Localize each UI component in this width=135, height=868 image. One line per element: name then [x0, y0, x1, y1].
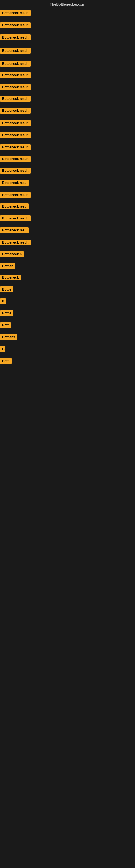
bottleneck-badge-10: Bottleneck result — [0, 120, 31, 126]
bottleneck-badge-3: Bottleneck result — [0, 34, 31, 40]
bottleneck-item-9: Bottleneck result — [0, 108, 31, 115]
bottleneck-item-27: Bott — [0, 322, 11, 329]
bottleneck-item-6: Bottleneck result — [0, 72, 31, 79]
bottleneck-badge-29: B — [0, 346, 5, 352]
bottleneck-badge-11: Bottleneck result — [0, 132, 31, 138]
bottleneck-item-7: Bottleneck result — [0, 84, 31, 91]
bottleneck-badge-5: Bottleneck result — [0, 61, 31, 67]
bottleneck-badge-16: Bottleneck result — [0, 192, 31, 198]
bottleneck-badge-27: Bott — [0, 322, 11, 328]
bottleneck-badge-17: Bottleneck resu — [0, 204, 29, 209]
bottleneck-badge-7: Bottleneck result — [0, 84, 31, 90]
bottleneck-item-8: Bottleneck result — [0, 96, 31, 103]
bottleneck-badge-25: B — [0, 299, 6, 304]
bottleneck-badge-13: Bottleneck result — [0, 156, 31, 162]
bottleneck-badge-28: Bottlens — [0, 334, 17, 340]
bottleneck-item-22: Bottlen — [0, 263, 15, 270]
bottleneck-item-18: Bottleneck result — [0, 215, 31, 222]
bottleneck-badge-14: Bottleneck result — [0, 167, 31, 174]
bottleneck-badge-9: Bottleneck result — [0, 108, 31, 114]
bottleneck-badge-15: Bottleneck resu — [0, 180, 29, 186]
bottleneck-badge-23: Bottleneck — [0, 275, 21, 280]
bottleneck-item-19: Bottleneck resu — [0, 227, 29, 235]
bottleneck-item-1: Bottleneck result — [0, 10, 31, 17]
bottleneck-badge-6: Bottleneck result — [0, 72, 31, 78]
bottleneck-badge-1: Bottleneck result — [0, 10, 31, 16]
bottleneck-item-15: Bottleneck resu — [0, 180, 29, 187]
bottleneck-badge-2: Bottleneck result — [0, 22, 31, 28]
bottleneck-item-16: Bottleneck result — [0, 192, 31, 199]
bottleneck-badge-26: Bottle — [0, 310, 13, 316]
bottleneck-item-20: Bottleneck result — [0, 240, 31, 247]
bottleneck-badge-18: Bottleneck result — [0, 215, 31, 221]
bottleneck-item-23: Bottleneck — [0, 275, 21, 282]
bottleneck-item-5: Bottleneck result — [0, 61, 31, 68]
bottleneck-item-17: Bottleneck resu — [0, 204, 29, 211]
bottleneck-badge-8: Bottleneck result — [0, 96, 31, 102]
bottleneck-badge-30: Bottl — [0, 358, 12, 364]
bottleneck-item-25: B — [0, 299, 6, 305]
bottleneck-item-10: Bottleneck result — [0, 120, 31, 127]
bottleneck-badge-4: Bottleneck result — [0, 48, 31, 54]
bottleneck-badge-21: Bottleneck n — [0, 251, 24, 257]
bottleneck-badge-19: Bottleneck resu — [0, 227, 29, 233]
bottleneck-item-21: Bottleneck n — [0, 251, 24, 258]
bottleneck-item-4: Bottleneck result — [0, 48, 31, 55]
bottleneck-item-29: B — [0, 346, 5, 353]
bottleneck-item-2: Bottleneck result — [0, 22, 31, 29]
bottleneck-item-11: Bottleneck result — [0, 132, 31, 139]
bottleneck-item-13: Bottleneck result — [0, 156, 31, 163]
bottleneck-badge-12: Bottleneck result — [0, 144, 31, 150]
bottleneck-item-26: Bottle — [0, 310, 13, 317]
bottleneck-item-12: Bottleneck result — [0, 144, 31, 151]
bottleneck-item-28: Bottlens — [0, 334, 17, 341]
bottleneck-item-14: Bottleneck result — [0, 167, 31, 175]
bottleneck-badge-20: Bottleneck result — [0, 240, 31, 246]
site-title: TheBottlenecker.com — [0, 0, 135, 9]
bottleneck-badge-24: Bottle — [0, 286, 13, 292]
bottleneck-item-24: Bottle — [0, 286, 13, 293]
bottleneck-item-3: Bottleneck result — [0, 34, 31, 41]
bottleneck-item-30: Bottl — [0, 358, 12, 365]
bottleneck-badge-22: Bottlen — [0, 263, 15, 269]
